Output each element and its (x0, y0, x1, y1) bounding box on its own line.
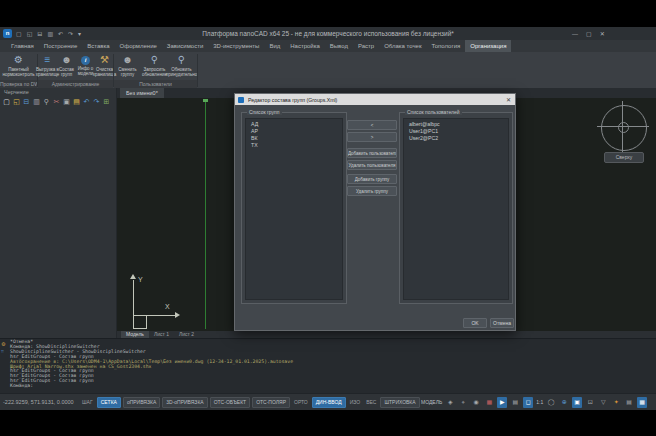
sheet-tab-list2[interactable]: Лист 2 (174, 331, 199, 338)
remove-user-button[interactable]: Удалить пользователя (347, 160, 397, 170)
orbit-icon[interactable]: ◯ (546, 397, 556, 408)
dialog-app-icon (238, 97, 244, 103)
toggle-polar-tracking[interactable]: ОТС-ПОЛЯР (252, 397, 290, 408)
close-button[interactable]: ✕ (600, 30, 605, 37)
sheet-tab-model[interactable]: Модель (121, 331, 149, 338)
request-update-button[interactable]: ⚲ Запросить обновление (141, 54, 168, 77)
toggle-hatch[interactable]: ШТРИХОВКА (380, 397, 419, 408)
toggle-object-tracking[interactable]: ОТС-ОБЪЕКТ (210, 397, 250, 408)
list-item-group[interactable]: ТХ (246, 142, 342, 149)
fullscreen-icon[interactable]: ◻ (523, 397, 533, 408)
list-item-group[interactable]: АР (246, 128, 342, 135)
change-group-button[interactable]: ☻ Сменить группу (114, 54, 141, 77)
tab-vstavka[interactable]: Вставка (82, 40, 114, 52)
list-item-user[interactable]: User1@PC1 (404, 128, 508, 135)
ucs-y-label: Y (138, 276, 143, 283)
minimize-button[interactable]: — (572, 31, 578, 37)
expand-icon[interactable]: ▽ (598, 397, 608, 408)
ucs-y-arrow-icon (130, 274, 136, 279)
tab-nastroyka[interactable]: Настройка (285, 40, 325, 52)
toggle-snap[interactable]: ШАГ (80, 399, 95, 405)
ucs-y-axis (133, 280, 134, 316)
list-item-user[interactable]: User2@PC2 (404, 135, 508, 142)
toggle-iso[interactable]: ИЗО (348, 399, 362, 405)
move-left-button[interactable]: < (347, 120, 397, 130)
add-user-button[interactable]: Добавить пользователя (347, 148, 397, 158)
ok-button[interactable]: OK (463, 318, 487, 328)
tab-3d-instrumenty[interactable]: 3D-инструменты (208, 40, 264, 52)
tab-rastr[interactable]: Растр (353, 40, 379, 52)
force-update-button[interactable]: ⚲ Обновить принудительно (168, 54, 195, 77)
status-toggles: ШАГ СЕТКА оПРИВЯЗКА 3D-оПРИВЯЗКА ОТС-ОБЪ… (80, 394, 420, 410)
toggle-lineweight[interactable]: ВЕС (364, 399, 378, 405)
toolbar-title: Черчение (4, 89, 29, 95)
star-icon[interactable]: ✦ (611, 397, 621, 408)
groups-listbox: АД АР ВК ТХ (241, 112, 347, 304)
tab-zavisimosti[interactable]: Зависимости (162, 40, 208, 52)
remove-group-button[interactable]: Удалить группу (347, 186, 397, 196)
tab-organizatsiya[interactable]: Организация (465, 40, 511, 52)
tab-vyvod[interactable]: Вывод (325, 40, 353, 52)
toggle-osnap[interactable]: оПРИВЯЗКА (123, 397, 160, 408)
scale-indicator[interactable]: 1:1 (536, 399, 543, 405)
tab-topologiya[interactable]: Топология (427, 40, 466, 52)
group-members-button[interactable]: ☻ Состав групп (57, 54, 76, 77)
gear-plus-icon: ⚙ (14, 54, 23, 66)
new-icon[interactable]: ▢ (2, 97, 11, 107)
cancel-button[interactable]: Отмена (490, 318, 514, 328)
storage-upload-button[interactable]: ≡ Выгрузка в хранилище (38, 54, 57, 77)
lock-icon[interactable]: ◈ (445, 397, 455, 408)
selection-mode-icon[interactable]: ▶ (497, 397, 507, 408)
maximize-button[interactable]: ▢ (586, 30, 592, 37)
tab-vid[interactable]: Вид (264, 40, 285, 52)
redo-icon[interactable]: ↷ (92, 97, 101, 107)
sheet-tab-list1[interactable]: Лист 1 (149, 331, 174, 338)
dialog-title-bar[interactable]: Редактор состава групп (Groups.Xml) ✕ (235, 94, 515, 105)
paste-icon[interactable]: ▤ (72, 97, 81, 107)
cut-icon[interactable]: ✂ (52, 97, 61, 107)
toggle-3d-osnap[interactable]: 3D-оПРИВЯЗКА (162, 397, 207, 408)
preview-icon[interactable]: ⚲ (42, 97, 51, 107)
pan-icon[interactable]: ▣ (572, 397, 582, 408)
tab-oblaka-tochek[interactable]: Облака точек (379, 40, 426, 52)
toggle-grid[interactable]: СЕТКА (97, 397, 121, 408)
list-icon[interactable]: ▤ (624, 397, 634, 408)
add-group-button[interactable]: Добавить группу (347, 174, 397, 184)
screen: n ▢ ◱ ⊟ ▥ ↶ ↷ ▾ Платформа nanoCAD x64 25… (0, 0, 656, 436)
document-tab[interactable]: Без имени0* (120, 88, 164, 98)
zoom-icon[interactable]: ⊕ (559, 397, 569, 408)
tab-glavnaya[interactable]: Главная (6, 40, 39, 52)
toggle-dynamic-input[interactable]: ДИН-ВВОД (312, 397, 346, 408)
list-item-user[interactable]: albert@albpc (404, 121, 508, 128)
dialog-close-icon[interactable]: ✕ (506, 96, 511, 103)
batch-normcontrol-button[interactable]: ⚙ Пакетный нормоконтроль (1, 54, 36, 77)
view-name-button[interactable]: Сверху (604, 152, 644, 163)
copy-icon[interactable]: ▣ (62, 97, 71, 107)
save-icon[interactable]: ⊟ (22, 97, 31, 107)
compass-center-icon (618, 122, 629, 133)
storage-cleanup-button[interactable]: ⚒ Очистка хранилища (95, 54, 114, 77)
plot-icon[interactable]: ▥ (32, 97, 41, 107)
tab-postroenie[interactable]: Построение (39, 40, 82, 52)
console-keyboard-icon[interactable]: ⌗ (1, 348, 4, 355)
list-item-group[interactable]: АД (246, 121, 342, 128)
move-right-button[interactable]: > (347, 132, 397, 142)
layers-panel-icon[interactable]: ▤ (510, 397, 520, 408)
group-members-icon: ☻ (61, 54, 72, 66)
osnap-marker-icon[interactable]: ◉ (471, 397, 481, 408)
toggle-ortho[interactable]: ОРТО (292, 399, 310, 405)
users-list: albert@albpc User1@PC1 User2@PC2 (403, 118, 509, 300)
list-item-group[interactable]: ВК (246, 135, 342, 142)
open-icon[interactable]: ◱ (12, 97, 21, 107)
properties-icon[interactable]: ⊞ (102, 97, 111, 107)
crosshair-icon[interactable]: ⌖ (458, 397, 468, 408)
viewport-icon[interactable]: ⊡ (585, 397, 595, 408)
console-settings-icon[interactable]: ⚙ (1, 341, 5, 347)
command-input[interactable]: Команда: (10, 384, 656, 389)
tab-oformlenie[interactable]: Оформление (115, 40, 162, 52)
notifications-icon[interactable]: ▦ (637, 397, 647, 408)
undo-icon[interactable]: ↶ (82, 97, 91, 107)
record-macro-icon[interactable]: ▦ (484, 397, 494, 408)
command-console[interactable]: ⚙ ⌗ *Отмена* Команда: ShowDisciplineSwit… (0, 338, 656, 393)
model-space-button[interactable]: МОДЕЛЬ (421, 399, 442, 405)
